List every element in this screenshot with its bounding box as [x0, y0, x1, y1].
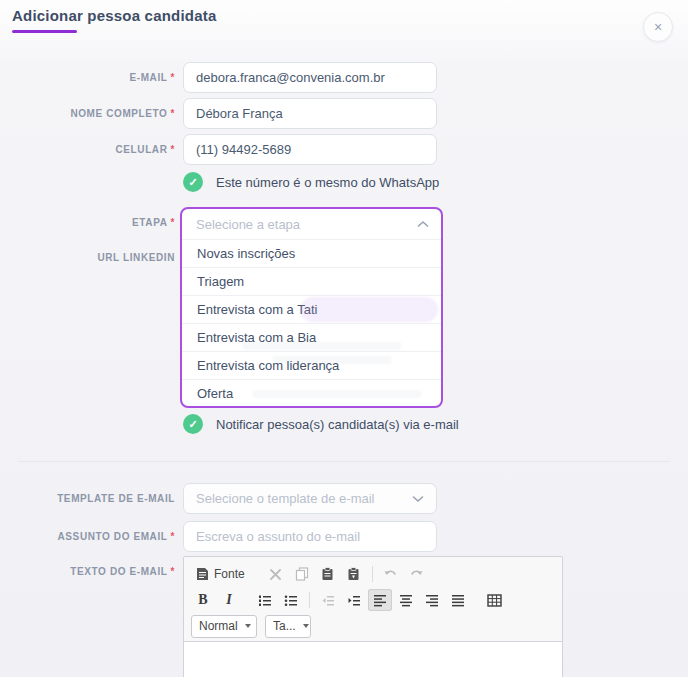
whatsapp-checkbox-label: Este número é o mesmo do WhatsApp [216, 175, 439, 190]
chevron-up-icon [417, 220, 429, 228]
stage-select-dropdown: Selecione a etapa Novas inscrições Triag… [180, 207, 443, 408]
section-divider [18, 461, 670, 462]
add-candidate-modal: Adicionar pessoa candidata × E-MAIL* NOM… [0, 0, 688, 677]
ghost-highlight [252, 390, 422, 398]
checkbox-checked-icon[interactable]: ✓ [183, 414, 203, 434]
align-right-icon [425, 594, 439, 607]
stage-option-entrevista-tati[interactable]: Entrevista com a Tati [182, 295, 441, 323]
table-icon [487, 594, 502, 607]
stage-select[interactable]: Selecione a etapa [182, 209, 441, 239]
email-body-editor: Fonte [183, 556, 563, 677]
decrease-indent-icon [321, 594, 335, 607]
decrease-indent-button[interactable] [316, 589, 340, 611]
numbered-list-icon [258, 594, 272, 607]
phone-field[interactable] [183, 134, 437, 165]
paste-button[interactable] [316, 563, 340, 585]
stage-option-novas-inscricoes[interactable]: Novas inscrições [182, 239, 441, 267]
email-template-label: TEMPLATE DE E-MAIL [0, 483, 175, 514]
insert-table-button[interactable] [482, 589, 506, 611]
source-button[interactable]: Fonte [191, 563, 250, 585]
undo-icon [383, 568, 398, 580]
email-label: E-MAIL* [0, 62, 175, 93]
italic-button[interactable]: I [217, 589, 241, 611]
required-mark: * [171, 72, 176, 83]
paste-icon [321, 567, 334, 581]
chevron-down-icon [412, 495, 424, 503]
linkedin-label: URL LINKEDIN [0, 242, 175, 273]
increase-indent-icon [347, 594, 361, 607]
checkbox-checked-icon[interactable]: ✓ [183, 172, 203, 192]
source-document-icon [196, 567, 209, 581]
paragraph-format-select[interactable]: Normal [191, 615, 257, 638]
paste-from-word-icon [347, 567, 360, 581]
align-left-button[interactable] [368, 589, 392, 611]
required-mark: * [171, 108, 176, 119]
justify-button[interactable] [446, 589, 470, 611]
notify-checkbox-row[interactable]: ✓ Notificar pessoa(s) candidata(s) via e… [183, 414, 459, 434]
align-center-button[interactable] [394, 589, 418, 611]
cut-icon [269, 568, 282, 581]
justify-icon [451, 594, 465, 607]
stage-option-triagem[interactable]: Triagem [182, 267, 441, 295]
caret-down-icon [245, 624, 251, 628]
stage-option-entrevista-lideranca[interactable]: Entrevista com liderança [182, 351, 441, 379]
ghost-highlight [300, 297, 438, 322]
toolbar-separator [372, 566, 373, 582]
email-template-placeholder: Selecione o template de e-mail [196, 491, 375, 506]
email-subject-field[interactable] [183, 521, 437, 552]
align-right-button[interactable] [420, 589, 444, 611]
full-name-label: NOME COMPLETO* [0, 98, 175, 129]
source-button-label: Fonte [214, 567, 245, 581]
required-mark: * [171, 531, 176, 542]
stage-option-entrevista-bia[interactable]: Entrevista com a Bia [182, 323, 441, 351]
email-field[interactable] [183, 62, 437, 93]
bold-button[interactable]: B [191, 589, 215, 611]
title-accent-underline [12, 30, 77, 33]
page-title: Adicionar pessoa candidata [12, 7, 216, 24]
redo-button[interactable] [405, 563, 429, 585]
cut-button[interactable] [264, 563, 288, 585]
toolbar-separator [309, 592, 310, 608]
copy-icon [295, 567, 309, 581]
italic-icon: I [226, 592, 231, 608]
close-icon: × [654, 19, 662, 35]
bulleted-list-icon [284, 594, 298, 607]
copy-button[interactable] [290, 563, 314, 585]
email-body-label: TEXTO DO E-MAIL* [0, 556, 175, 587]
font-size-value: Ta... [273, 619, 296, 633]
required-mark: * [171, 217, 176, 228]
font-size-select[interactable]: Ta... [265, 615, 311, 638]
numbered-list-button[interactable] [253, 589, 277, 611]
full-name-field[interactable] [183, 98, 437, 129]
notify-checkbox-label: Notificar pessoa(s) candidata(s) via e-m… [216, 417, 459, 432]
stage-select-placeholder: Selecione a etapa [196, 217, 300, 232]
phone-label: CELULAR* [0, 134, 175, 165]
caret-down-icon [303, 624, 309, 628]
whatsapp-checkbox-row[interactable]: ✓ Este número é o mesmo do WhatsApp [183, 172, 439, 192]
undo-button[interactable] [379, 563, 403, 585]
email-template-select[interactable]: Selecione o template de e-mail [183, 483, 437, 514]
required-mark: * [171, 566, 176, 577]
editor-toolbar: Fonte [184, 557, 562, 644]
required-mark: * [171, 144, 176, 155]
stage-option-oferta[interactable]: Oferta [182, 379, 441, 407]
align-center-icon [399, 594, 413, 607]
editor-content-area[interactable] [184, 641, 562, 677]
align-left-icon [373, 594, 387, 607]
paste-from-word-button[interactable] [342, 563, 366, 585]
redo-icon [409, 568, 424, 580]
paragraph-format-value: Normal [199, 619, 238, 633]
bold-icon: B [198, 592, 207, 608]
bulleted-list-button[interactable] [279, 589, 303, 611]
email-subject-label: ASSUNTO DO EMAIL* [0, 521, 175, 552]
close-button[interactable]: × [643, 12, 673, 42]
increase-indent-button[interactable] [342, 589, 366, 611]
stage-label: ETAPA* [0, 207, 175, 238]
